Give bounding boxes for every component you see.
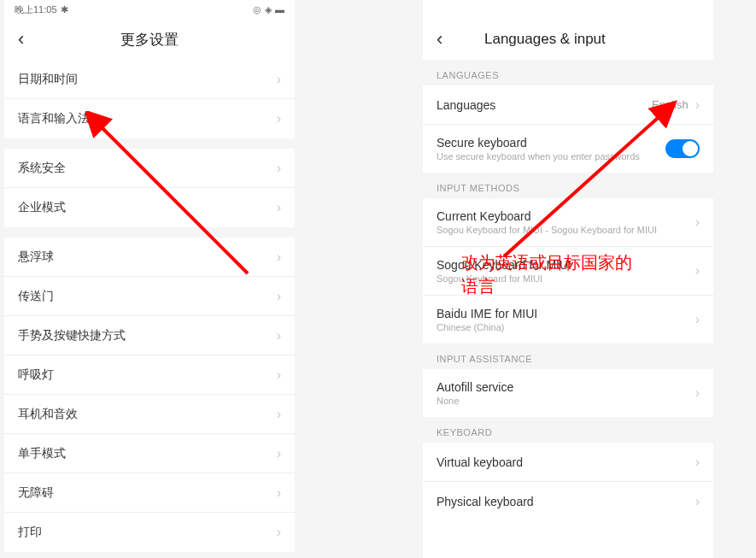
list-item-languages[interactable]: Languages English › bbox=[423, 85, 713, 125]
item-label: 呼吸灯 bbox=[18, 367, 277, 383]
list-item-portal[interactable]: 传送门 › bbox=[4, 277, 295, 316]
chevron-right-icon: › bbox=[277, 328, 281, 344]
item-label: 无障碍 bbox=[18, 485, 277, 501]
page-title: 更多设置 bbox=[120, 30, 179, 50]
chevron-right-icon: › bbox=[277, 446, 281, 461]
status-time: 晚上11:05 bbox=[15, 3, 57, 16]
list-item-onehand[interactable]: 单手模式 › bbox=[4, 434, 295, 473]
chevron-right-icon: › bbox=[277, 200, 281, 215]
camera-icon: ◎ bbox=[253, 4, 261, 15]
status-bar-placeholder bbox=[423, 0, 713, 19]
list-item-language-input[interactable]: 语言和输入法 › bbox=[4, 99, 295, 138]
list-item-physical-keyboard[interactable]: Physical keyboard › bbox=[423, 482, 713, 521]
item-subtitle: None bbox=[437, 396, 695, 406]
list-item-current-keyboard[interactable]: Current Keyboard Sogou Keyboard for MIUI… bbox=[423, 198, 713, 247]
list-item-breathing-light[interactable]: 呼吸灯 › bbox=[4, 355, 295, 395]
input-assistance-list: Autofill service None › bbox=[423, 369, 713, 417]
chevron-right-icon: › bbox=[277, 72, 281, 87]
wifi-icon: ◈ bbox=[265, 4, 272, 15]
list-item-datetime[interactable]: 日期和时间 › bbox=[4, 60, 295, 99]
list-item-system-security[interactable]: 系统安全 › bbox=[4, 149, 295, 188]
item-label: 日期和时间 bbox=[18, 72, 277, 87]
chevron-right-icon: › bbox=[695, 385, 700, 401]
chevron-right-icon: › bbox=[277, 407, 281, 422]
item-label: Current Keyboard bbox=[437, 209, 695, 223]
toggle-secure-keyboard[interactable] bbox=[665, 139, 700, 158]
item-label: Sogou Keyboard for MIUI bbox=[437, 258, 695, 272]
settings-list: 系统安全 › 企业模式 › bbox=[4, 149, 295, 227]
list-item-virtual-keyboard[interactable]: Virtual keyboard › bbox=[423, 443, 713, 482]
item-label: Physical keyboard bbox=[437, 495, 695, 508]
spacer bbox=[4, 552, 295, 558]
list-item-floating-ball[interactable]: 悬浮球 › bbox=[4, 238, 295, 277]
list-item-accessibility[interactable]: 无障碍 › bbox=[4, 473, 295, 513]
left-phone-settings: 晚上11:05 ✱ ◎ ◈ ▬ ‹ 更多设置 日期和时间 › 语言和输入法 › … bbox=[4, 0, 295, 558]
item-label: 单手模式 bbox=[18, 446, 277, 461]
item-label: 传送门 bbox=[18, 289, 277, 304]
settings-list: 日期和时间 › 语言和输入法 › bbox=[4, 60, 295, 138]
item-value: English bbox=[652, 98, 689, 111]
list-item-autofill[interactable]: Autofill service None › bbox=[423, 369, 713, 417]
item-label: Secure keyboard bbox=[437, 136, 665, 150]
item-subtitle: Sogou Keyboard for MIUI bbox=[437, 273, 695, 284]
list-item-print[interactable]: 打印 › bbox=[4, 513, 295, 552]
back-button[interactable]: ‹ bbox=[18, 28, 38, 50]
item-subtitle: Chinese (China) bbox=[437, 322, 695, 332]
item-subtitle: Use secure keyboard when you enter passw… bbox=[437, 151, 665, 162]
chevron-right-icon: › bbox=[695, 214, 700, 230]
spacer bbox=[4, 138, 295, 149]
item-label: 企业模式 bbox=[18, 200, 277, 215]
chevron-right-icon: › bbox=[277, 367, 281, 383]
item-label: Autofill service bbox=[437, 380, 695, 394]
item-label: Languages bbox=[437, 98, 652, 112]
page-title: Languages & input bbox=[484, 31, 606, 48]
chevron-right-icon: › bbox=[277, 289, 281, 304]
chevron-right-icon: › bbox=[277, 250, 281, 265]
settings-list: 悬浮球 › 传送门 › 手势及按键快捷方式 › 呼吸灯 › 耳机和音效 › 单手… bbox=[4, 238, 295, 552]
chevron-right-icon: › bbox=[277, 485, 281, 501]
back-button[interactable]: ‹ bbox=[437, 28, 457, 50]
list-item-enterprise-mode[interactable]: 企业模式 › bbox=[4, 188, 295, 227]
chevron-right-icon: › bbox=[695, 312, 700, 327]
bluetooth-icon: ✱ bbox=[61, 4, 68, 15]
item-label: Baidu IME for MIUI bbox=[437, 307, 695, 320]
list-item-headphones[interactable]: 耳机和音效 › bbox=[4, 395, 295, 434]
spacer bbox=[4, 227, 295, 238]
chevron-right-icon: › bbox=[277, 525, 281, 540]
item-label: 手势及按键快捷方式 bbox=[18, 328, 277, 344]
item-subtitle: Sogou Keyboard for MIUI - Sogou Keyboard… bbox=[437, 225, 695, 235]
input-methods-list: Current Keyboard Sogou Keyboard for MIUI… bbox=[423, 198, 713, 344]
chevron-right-icon: › bbox=[695, 494, 700, 509]
list-item-baidu-ime[interactable]: Baidu IME for MIUI Chinese (China) › bbox=[423, 296, 713, 344]
section-input-assistance: INPUT ASSISTANCE bbox=[423, 344, 713, 369]
section-input-methods: INPUT METHODS bbox=[423, 173, 713, 198]
item-label: 耳机和音效 bbox=[18, 407, 277, 422]
item-label: Virtual keyboard bbox=[437, 455, 695, 469]
list-item-secure-keyboard[interactable]: Secure keyboard Use secure keyboard when… bbox=[423, 125, 713, 173]
languages-list: Languages English › Secure keyboard Use … bbox=[423, 85, 713, 173]
status-bar: 晚上11:05 ✱ ◎ ◈ ▬ bbox=[4, 0, 295, 19]
chevron-right-icon: › bbox=[695, 455, 700, 470]
item-label: 系统安全 bbox=[18, 161, 277, 176]
item-label: 打印 bbox=[18, 525, 277, 540]
list-item-gestures[interactable]: 手势及按键快捷方式 › bbox=[4, 316, 295, 355]
chevron-right-icon: › bbox=[695, 263, 700, 279]
keyboard-list: Virtual keyboard › Physical keyboard › bbox=[423, 443, 713, 521]
item-label: 悬浮球 bbox=[18, 250, 277, 265]
chevron-right-icon: › bbox=[277, 161, 281, 176]
header: ‹ 更多设置 bbox=[4, 19, 295, 60]
section-languages: LANGUAGES bbox=[423, 60, 713, 85]
chevron-right-icon: › bbox=[277, 111, 281, 126]
list-item-sogou-keyboard[interactable]: Sogou Keyboard for MIUI Sogou Keyboard f… bbox=[423, 247, 713, 296]
chevron-right-icon: › bbox=[695, 97, 700, 113]
section-keyboard: KEYBOARD bbox=[423, 417, 713, 443]
item-label: 语言和输入法 bbox=[18, 111, 277, 126]
right-phone-languages: ‹ Languages & input LANGUAGES Languages … bbox=[423, 0, 713, 558]
header: ‹ Languages & input bbox=[423, 19, 713, 60]
battery-icon: ▬ bbox=[275, 4, 284, 15]
